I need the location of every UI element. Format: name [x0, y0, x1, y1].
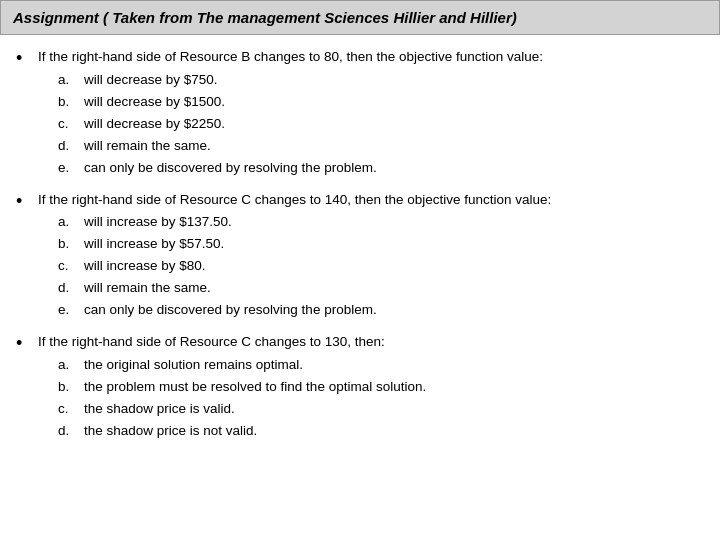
option-text: will remain the same. — [84, 278, 704, 299]
option-text: will increase by $57.50. — [84, 234, 704, 255]
option-item: c.the shadow price is valid. — [58, 399, 704, 420]
option-text: will decrease by $1500. — [84, 92, 704, 113]
question-text-1: If the right-hand side of Resource B cha… — [38, 49, 543, 64]
option-text: can only be discovered by resolving the … — [84, 158, 704, 179]
option-text: the shadow price is valid. — [84, 399, 704, 420]
option-label: a. — [58, 355, 84, 376]
option-text: will decrease by $750. — [84, 70, 704, 91]
option-text: the original solution remains optimal. — [84, 355, 704, 376]
question-text-2: If the right-hand side of Resource C cha… — [38, 192, 551, 207]
option-text: the problem must be resolved to find the… — [84, 377, 704, 398]
option-item: c.will increase by $80. — [58, 256, 704, 277]
option-label: b. — [58, 92, 84, 113]
option-item: e.can only be discovered by resolving th… — [58, 300, 704, 321]
page-header: Assignment ( Taken from The management S… — [0, 0, 720, 35]
option-label: e. — [58, 158, 84, 179]
content-area: •If the right-hand side of Resource B ch… — [0, 35, 720, 465]
option-item: c.will decrease by $2250. — [58, 114, 704, 135]
option-item: b.will increase by $57.50. — [58, 234, 704, 255]
option-label: a. — [58, 212, 84, 233]
option-item: e.can only be discovered by resolving th… — [58, 158, 704, 179]
option-label: b. — [58, 377, 84, 398]
option-text: can only be discovered by resolving the … — [84, 300, 704, 321]
options-list-1: a.will decrease by $750.b.will decrease … — [58, 70, 704, 179]
option-item: a.will decrease by $750. — [58, 70, 704, 91]
question-text-3: If the right-hand side of Resource C cha… — [38, 334, 385, 349]
option-text: will decrease by $2250. — [84, 114, 704, 135]
option-label: b. — [58, 234, 84, 255]
option-label: e. — [58, 300, 84, 321]
option-label: d. — [58, 278, 84, 299]
option-text: will increase by $137.50. — [84, 212, 704, 233]
option-label: d. — [58, 136, 84, 157]
option-item: d.will remain the same. — [58, 278, 704, 299]
options-list-3: a.the original solution remains optimal.… — [58, 355, 704, 442]
options-list-2: a.will increase by $137.50.b.will increa… — [58, 212, 704, 321]
option-text: will increase by $80. — [84, 256, 704, 277]
option-item: b.will decrease by $1500. — [58, 92, 704, 113]
bullet-point: • — [16, 332, 34, 355]
question-2: •If the right-hand side of Resource C ch… — [16, 190, 704, 323]
option-label: d. — [58, 421, 84, 442]
question-3: •If the right-hand side of Resource C ch… — [16, 332, 704, 443]
option-label: c. — [58, 399, 84, 420]
option-item: d.will remain the same. — [58, 136, 704, 157]
option-item: a.the original solution remains optimal. — [58, 355, 704, 376]
option-item: a.will increase by $137.50. — [58, 212, 704, 233]
option-text: the shadow price is not valid. — [84, 421, 704, 442]
option-label: a. — [58, 70, 84, 91]
option-item: d.the shadow price is not valid. — [58, 421, 704, 442]
bullet-point: • — [16, 47, 34, 70]
option-label: c. — [58, 256, 84, 277]
option-label: c. — [58, 114, 84, 135]
bullet-point: • — [16, 190, 34, 213]
option-item: b.the problem must be resolved to find t… — [58, 377, 704, 398]
option-text: will remain the same. — [84, 136, 704, 157]
header-title: Assignment ( Taken from The management S… — [13, 9, 517, 26]
question-1: •If the right-hand side of Resource B ch… — [16, 47, 704, 180]
